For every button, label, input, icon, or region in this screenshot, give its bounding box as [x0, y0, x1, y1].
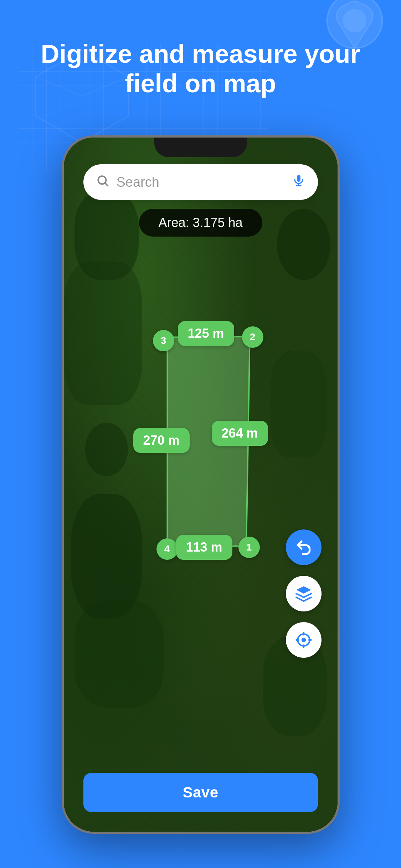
measurement-label-bottom: 113 m: [176, 535, 232, 560]
area-badge: Area: 3.175 ha: [139, 209, 262, 237]
location-button[interactable]: [286, 622, 322, 658]
svg-rect-9: [297, 175, 300, 182]
page-title: Digitize and measure your field on map: [0, 39, 401, 98]
search-icon: [96, 174, 109, 191]
layers-button[interactable]: [286, 576, 322, 611]
measurement-label-left: 270 m: [133, 428, 190, 453]
save-button[interactable]: Save: [83, 773, 318, 812]
search-bar[interactable]: Search: [83, 164, 318, 200]
field-polygon: [64, 138, 338, 832]
phone-frame: Search Area: 3.175 ha 3 2 125 m 270 m 26…: [62, 135, 340, 834]
mic-icon[interactable]: [292, 174, 305, 191]
corner-point-4[interactable]: 4: [156, 538, 178, 560]
measurement-label-top: 125 m: [178, 321, 234, 346]
corner-point-3[interactable]: 3: [153, 330, 174, 351]
corner-point-2[interactable]: 2: [242, 326, 263, 348]
corner-point-1[interactable]: 1: [238, 537, 260, 558]
measurement-label-right: 264 m: [212, 421, 268, 446]
undo-button[interactable]: [286, 529, 322, 565]
phone-notch: [154, 138, 247, 157]
svg-point-13: [301, 638, 306, 642]
save-button-container: Save: [83, 773, 318, 812]
search-placeholder: Search: [117, 175, 285, 190]
